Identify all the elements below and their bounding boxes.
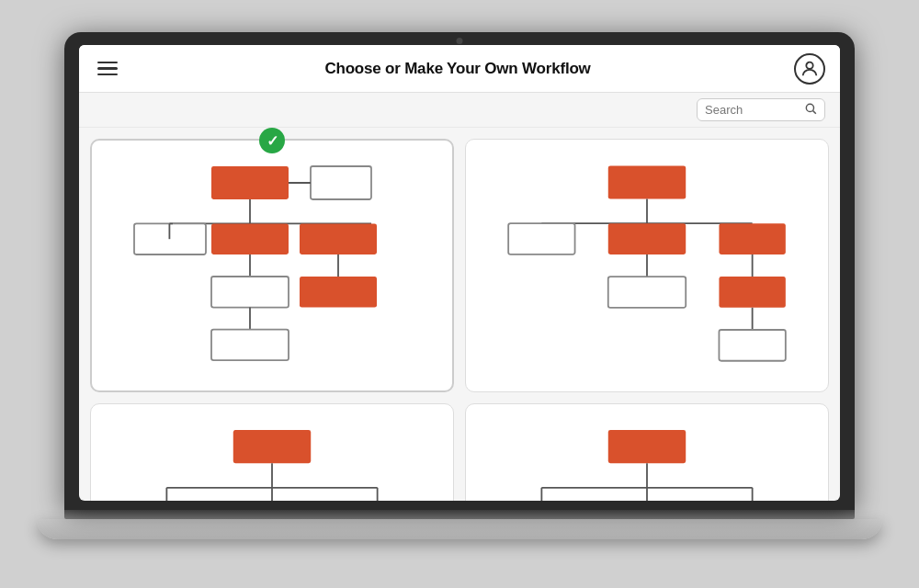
org-chart-4 [481, 419, 813, 501]
page-title: Choose or Make Your Own Workflow [324, 60, 590, 78]
svg-point-0 [806, 62, 812, 68]
svg-rect-35 [719, 330, 785, 361]
laptop-bottom [37, 519, 882, 539]
workflow-card-1[interactable]: ✓ [90, 139, 454, 392]
svg-rect-3 [211, 166, 289, 199]
search-row [79, 93, 840, 128]
menu-button[interactable] [94, 58, 121, 80]
camera-dot [457, 38, 463, 44]
svg-rect-36 [233, 430, 311, 463]
workflow-card-4[interactable] [465, 403, 829, 501]
svg-line-2 [813, 111, 816, 114]
laptop-hinge [64, 510, 855, 519]
svg-rect-25 [608, 223, 686, 254]
svg-rect-10 [211, 223, 289, 254]
svg-point-1 [806, 104, 813, 111]
svg-rect-33 [719, 277, 785, 308]
svg-rect-11 [300, 223, 377, 254]
svg-rect-26 [719, 223, 785, 254]
search-container [697, 98, 825, 121]
laptop-frame: Choose or Make Your Own Workflow [64, 32, 855, 556]
svg-rect-31 [608, 277, 686, 308]
svg-rect-18 [300, 277, 377, 308]
user-avatar-button[interactable] [794, 53, 825, 85]
org-chart-3 [106, 419, 438, 501]
workflow-card-2[interactable] [465, 139, 829, 392]
laptop-base [64, 510, 855, 539]
search-input[interactable] [705, 103, 799, 117]
screen-bezel: Choose or Make Your Own Workflow [64, 32, 855, 510]
search-icon [804, 102, 817, 118]
workflow-card-3[interactable] [90, 403, 454, 501]
org-chart-1 [107, 155, 437, 376]
svg-rect-21 [608, 165, 686, 198]
svg-rect-4 [311, 166, 371, 199]
app-header: Choose or Make Your Own Workflow [79, 45, 840, 93]
org-chart-2 [481, 154, 813, 377]
selected-badge: ✓ [259, 128, 285, 153]
svg-rect-45 [608, 430, 686, 463]
app-screen: Choose or Make Your Own Workflow [79, 45, 840, 501]
svg-rect-20 [211, 330, 289, 361]
svg-rect-24 [508, 223, 574, 254]
workflow-grid: ✓ [79, 128, 840, 501]
svg-rect-16 [211, 277, 289, 308]
